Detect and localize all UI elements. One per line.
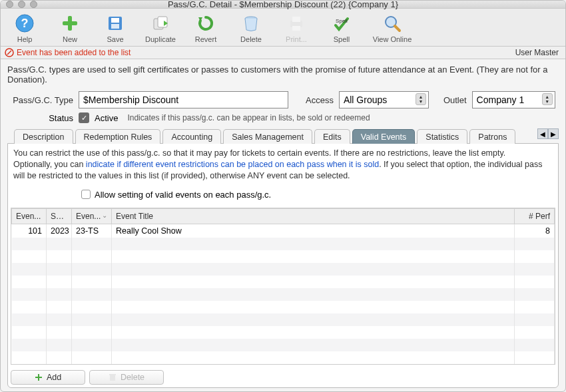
svg-rect-12 [292, 26, 300, 31]
save-button[interactable]: Save [97, 13, 134, 43]
outlet-select[interactable]: ▲▼ [472, 91, 555, 108]
tabs-container: Description Redemption Rules Accounting … [1, 128, 565, 143]
plus-icon [35, 373, 43, 381]
table-row [12, 339, 555, 351]
revert-icon [195, 13, 216, 34]
svg-text:?: ? [21, 17, 29, 30]
type-label: Pass/G.C. Type [7, 95, 73, 105]
table-row [12, 263, 555, 276]
grid-button-bar: Add Delete [8, 367, 558, 387]
chevron-updown-icon: ▲▼ [542, 93, 553, 105]
titlebar: Pass/G.C. Detail - $Membership Discount … [1, 1, 565, 9]
col-event-code[interactable]: Even... [72, 208, 112, 224]
duplicate-icon [150, 13, 171, 34]
tab-scroll-arrows: ◀ ▶ [537, 128, 559, 139]
tab-scroll-right[interactable]: ▶ [548, 128, 559, 139]
delete-event-button[interactable]: Delete [89, 370, 164, 385]
svg-rect-11 [292, 17, 300, 22]
col-perf[interactable]: # Perf [515, 208, 555, 224]
tab-sales-management[interactable]: Sales Management [223, 129, 312, 144]
print-button[interactable]: Print... [278, 13, 315, 43]
panel-description: You can restrict the use of this pass/g.… [8, 144, 558, 184]
table-row [12, 301, 555, 313]
duplicate-button[interactable]: Duplicate [142, 13, 179, 43]
form-row-status: Status ✓ Active Indicates if this pass/g… [1, 111, 565, 128]
restrictions-link[interactable]: indicate if different event restrictions… [86, 160, 379, 169]
user-label: User Master [515, 48, 559, 57]
table-row [12, 250, 555, 263]
tab-description[interactable]: Description [14, 129, 73, 144]
chevron-updown-icon: ▲▼ [416, 93, 426, 105]
magnifier-icon [382, 13, 403, 34]
table-body: 101 2023 23-TS Really Cool Show 8 [12, 224, 555, 364]
active-label: Active [95, 113, 118, 123]
tab-accounting[interactable]: Accounting [162, 129, 221, 144]
table-row[interactable]: 101 2023 23-TS Really Cool Show 8 [12, 224, 555, 238]
col-season[interactable]: Sea... [47, 208, 72, 224]
print-icon [286, 13, 307, 34]
valid-events-panel: You can restrict the use of this pass/g.… [7, 143, 559, 388]
trash-icon [109, 373, 117, 381]
svg-rect-19 [35, 377, 42, 378]
table-row [12, 351, 555, 364]
table-row [12, 313, 555, 326]
view-online-button[interactable]: View Online [368, 13, 416, 43]
svg-rect-20 [110, 375, 115, 381]
col-event-no[interactable]: Even... [12, 208, 47, 224]
alert-icon [5, 48, 14, 57]
tab-strip: Description Redemption Rules Accounting … [7, 128, 559, 143]
svg-line-15 [395, 26, 400, 31]
trash-icon [240, 13, 262, 34]
allow-setting-row: Allow setting of valid events on each pa… [8, 184, 558, 205]
form-row-type: Pass/G.C. Type Access ▲▼ Outlet ▲▼ [1, 89, 565, 111]
active-checkbox[interactable]: ✓ [79, 112, 89, 123]
outlet-label: Outlet [443, 95, 467, 105]
svg-rect-21 [109, 374, 116, 375]
new-button[interactable]: New [51, 13, 89, 43]
tab-redemption-rules[interactable]: Redemption Rules [75, 129, 161, 144]
svg-rect-5 [111, 18, 119, 23]
tab-statistics[interactable]: Statistics [417, 129, 467, 144]
tab-edits[interactable]: Edits [314, 129, 350, 144]
events-grid: Even... Sea... Even... Event Title # Per… [11, 208, 555, 365]
spell-icon: Spell [331, 13, 352, 34]
status-message: Event has been added to the list [5, 48, 131, 57]
plus-icon [59, 13, 81, 34]
svg-rect-3 [63, 21, 77, 25]
type-input[interactable] [79, 91, 288, 108]
svg-text:Spell: Spell [336, 18, 348, 24]
tab-scroll-left[interactable]: ◀ [537, 128, 548, 139]
status-label: Status [7, 113, 73, 123]
access-label: Access [306, 95, 334, 105]
tab-valid-events[interactable]: Valid Events [352, 129, 416, 144]
save-icon [105, 13, 126, 34]
add-event-button[interactable]: Add [11, 370, 85, 385]
delete-button[interactable]: Delete [232, 13, 270, 43]
svg-line-17 [7, 51, 11, 55]
window-title: Pass/G.C. Detail - $Membership Discount … [1, 0, 565, 9]
table-row [12, 276, 555, 288]
help-icon: ? [14, 13, 35, 34]
help-button[interactable]: ? Help [6, 13, 43, 43]
window: Pass/G.C. Detail - $Membership Discount … [0, 0, 566, 392]
svg-rect-6 [111, 24, 119, 29]
revert-button[interactable]: Revert [187, 13, 224, 43]
table-row [12, 238, 555, 250]
allow-setting-label: Allow setting of valid events on each pa… [95, 190, 271, 200]
spell-button[interactable]: Spell Spell [323, 13, 360, 43]
toolbar: ? Help New Save Duplicate Rever [1, 9, 565, 47]
col-event-title[interactable]: Event Title [112, 208, 515, 224]
table-row [12, 326, 555, 339]
table-row [12, 288, 555, 301]
allow-setting-checkbox[interactable] [81, 190, 91, 199]
page-description: Pass/G.C. types are used to sell gift ce… [1, 59, 565, 89]
status-bar: Event has been added to the list User Ma… [1, 47, 565, 59]
events-table: Even... Sea... Even... Event Title # Per… [11, 208, 555, 364]
tab-patrons[interactable]: Patrons [469, 129, 515, 144]
active-hint: Indicates if this pass/g.c. can be appea… [127, 113, 370, 122]
access-select[interactable]: ▲▼ [339, 91, 429, 108]
